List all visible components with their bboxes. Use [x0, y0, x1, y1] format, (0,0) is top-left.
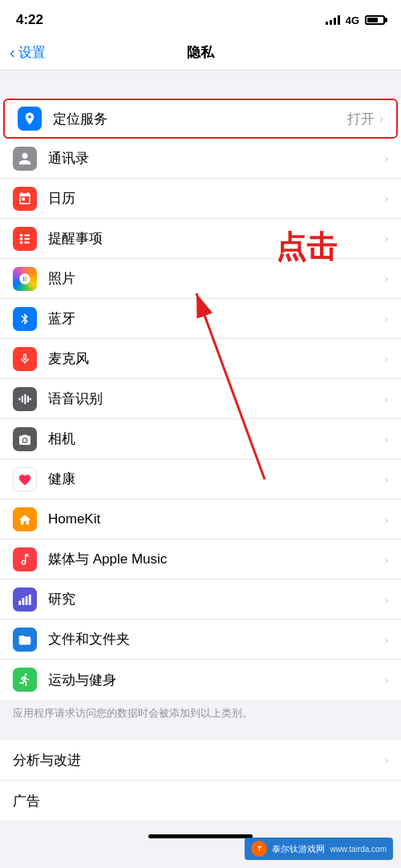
menu-item-reminders[interactable]: 提醒事项 › — [0, 219, 401, 259]
analysis-label: 分析与改进 — [13, 751, 384, 769]
section-spacer — [0, 71, 401, 99]
homekit-chevron: › — [384, 513, 388, 526]
microphone-chevron: › — [384, 353, 388, 365]
back-label: 设置 — [18, 43, 46, 62]
menu-item-camera[interactable]: 相机 › — [0, 419, 401, 459]
calendar-label: 日历 — [48, 189, 384, 208]
microphone-label: 麦克风 — [48, 349, 384, 368]
svg-rect-6 — [24, 237, 30, 239]
svg-rect-7 — [24, 241, 30, 243]
media-icon — [13, 547, 37, 571]
bluetooth-chevron: › — [384, 313, 388, 325]
watermark: T 泰尔钛游戏网 www.tairda.com — [245, 838, 393, 860]
contacts-icon — [13, 147, 37, 171]
back-chevron-icon: ‹ — [10, 44, 15, 60]
reminders-icon — [13, 227, 37, 251]
contacts-label: 通讯录 — [48, 149, 384, 168]
svg-rect-16 — [29, 594, 31, 604]
location-label: 定位服务 — [53, 110, 347, 128]
fitness-label: 运动与健身 — [48, 671, 384, 689]
home-indicator — [148, 834, 253, 838]
files-label: 文件和文件夹 — [48, 630, 384, 648]
svg-point-2 — [20, 233, 23, 236]
menu-item-photos[interactable]: 照片 › — [0, 259, 401, 299]
svg-point-4 — [20, 240, 23, 244]
menu-item-bluetooth[interactable]: 蓝牙 › — [0, 299, 401, 339]
research-label: 研究 — [48, 590, 384, 608]
svg-rect-12 — [30, 398, 31, 400]
menu-item-fitness[interactable]: 运动与健身 › — [0, 660, 401, 700]
svg-rect-8 — [18, 398, 20, 400]
menu-item-ads[interactable]: 广告 — [0, 781, 401, 821]
media-label: 媒体与 Apple Music — [48, 550, 384, 568]
watermark-site: www.tairda.com — [330, 845, 387, 854]
menu-item-microphone[interactable]: 麦克风 › — [0, 339, 401, 379]
status-time: 4:22 — [16, 12, 43, 28]
svg-rect-11 — [27, 395, 29, 402]
svg-rect-5 — [24, 234, 30, 236]
fitness-chevron: › — [384, 673, 388, 686]
menu-item-media[interactable]: 媒体与 Apple Music › — [0, 539, 401, 579]
research-chevron: › — [384, 593, 388, 606]
research-icon — [13, 587, 37, 612]
footer-note: 应用程序请求访问您的数据时会被添加到以上类别。 — [0, 700, 401, 730]
svg-rect-15 — [26, 595, 28, 604]
svg-rect-10 — [24, 394, 26, 404]
health-chevron: › — [384, 473, 388, 486]
menu-item-calendar[interactable]: 日历 › — [0, 179, 401, 219]
health-label: 健康 — [48, 470, 384, 488]
homekit-icon — [13, 507, 37, 531]
status-bar: 4:22 4G — [0, 0, 401, 35]
bluetooth-icon — [13, 307, 37, 331]
bluetooth-label: 蓝牙 — [48, 309, 384, 328]
reminders-label: 提醒事项 — [48, 229, 384, 248]
back-button[interactable]: ‹ 设置 — [10, 43, 46, 62]
media-chevron: › — [384, 553, 388, 566]
homekit-label: HomeKit — [48, 511, 384, 527]
menu-item-speech[interactable]: 语音识别 › — [0, 379, 401, 419]
location-value: 打开 — [347, 110, 375, 128]
menu-item-location[interactable]: 定位服务 打开 › — [3, 99, 398, 139]
status-icons: 4G — [326, 14, 385, 26]
watermark-logo: T — [251, 841, 267, 857]
network-type: 4G — [346, 14, 359, 26]
calendar-icon — [13, 187, 37, 211]
location-icon — [18, 107, 42, 131]
privacy-menu-list: 定位服务 打开 › 通讯录 › 日历 › 提醒事项 › — [0, 99, 401, 700]
files-chevron: › — [384, 633, 388, 646]
svg-rect-14 — [22, 597, 25, 604]
menu-item-research[interactable]: 研究 › — [0, 579, 401, 620]
menu-item-analysis[interactable]: 分析与改进 › — [0, 740, 401, 780]
menu-item-homekit[interactable]: HomeKit › — [0, 499, 401, 539]
settings-section: 点击 定位服务 打开 › 通讯录 › 日历 › — [0, 99, 401, 700]
calendar-chevron: › — [384, 192, 388, 205]
files-icon — [13, 628, 37, 652]
speech-icon — [13, 387, 37, 411]
signal-bars-icon — [326, 15, 340, 25]
analysis-chevron: › — [384, 753, 388, 766]
photos-icon — [13, 267, 37, 291]
camera-icon — [13, 427, 37, 451]
nav-bar: ‹ 设置 隐私 — [0, 35, 401, 71]
health-icon — [13, 467, 37, 491]
photos-label: 照片 — [48, 269, 384, 288]
menu-item-health[interactable]: 健康 › — [0, 459, 401, 499]
menu-item-files[interactable]: 文件和文件夹 › — [0, 620, 401, 660]
battery-icon — [365, 15, 385, 25]
camera-chevron: › — [384, 433, 388, 446]
location-chevron: › — [379, 112, 383, 125]
microphone-icon — [13, 347, 37, 371]
camera-label: 相机 — [48, 430, 384, 448]
speech-chevron: › — [384, 393, 388, 406]
page-title: 隐私 — [187, 43, 214, 62]
watermark-label: 泰尔钛游戏网 — [272, 843, 325, 855]
contacts-chevron: › — [384, 152, 388, 165]
fitness-icon — [13, 668, 37, 692]
svg-point-3 — [20, 237, 23, 240]
reminders-chevron: › — [384, 232, 388, 245]
ads-label: 广告 — [13, 792, 388, 810]
menu-item-contacts[interactable]: 通讯录 › — [0, 139, 401, 179]
analysis-section: 分析与改进 › — [0, 740, 401, 780]
section-gap — [0, 730, 401, 740]
speech-label: 语音识别 — [48, 390, 384, 408]
